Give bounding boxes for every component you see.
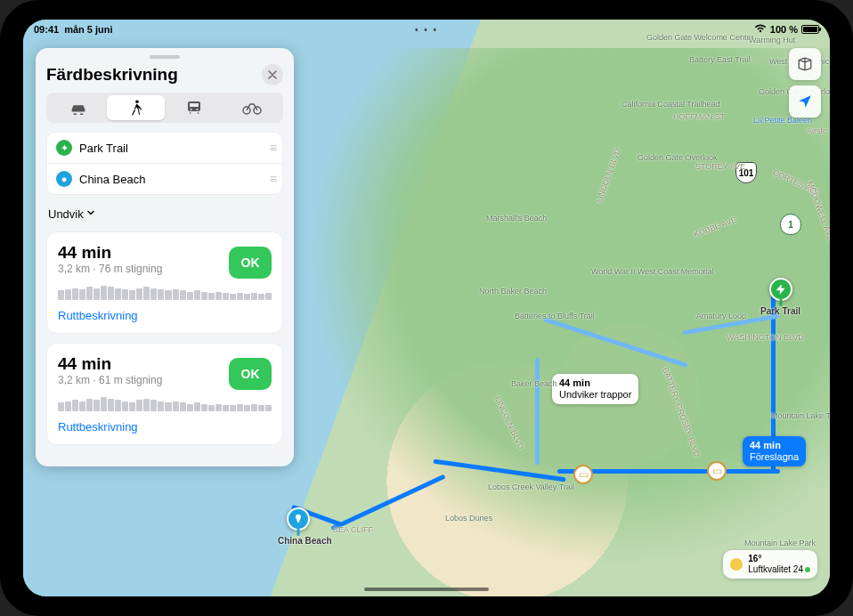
go-button[interactable]: OK [229,247,272,279]
poi-label: Amatury Loop [696,312,746,320]
screen: 09:41 mån 5 juni • • • 100 % [23,20,830,596]
poi-label: California Coastal Trailhead [621,100,720,109]
poi-label: World War II West Coast Memorial [591,267,714,276]
reorder-handle-icon[interactable]: ≡ [270,141,273,155]
avoid-label: Undvik [48,207,84,221]
callout-time: 44 min [750,440,799,451]
device-bezel: 09:41 mån 5 juni • • • 100 % [0,0,853,616]
waypoint-label: China Beach [79,173,145,186]
end-dot-icon: ● [56,171,72,187]
callout-time: 44 min [559,377,631,389]
svg-point-3 [190,109,191,110]
poi-label: Golden Gate Overlook [638,153,718,162]
poi-label: Mountain Lake Trail [771,411,830,420]
route-card[interactable]: 44 min 3,2 km · 61 m stigning OK Ruttbes… [46,343,283,445]
panel-grabber[interactable] [150,55,180,59]
waypoint-label: Park Trail [79,142,128,155]
pin-start[interactable] [769,278,792,301]
avoid-dropdown[interactable]: Undvik [46,204,98,231]
transport-mode-segmented [46,93,283,123]
directions-panel: Färdbeskrivning [36,48,294,466]
svg-rect-2 [190,103,199,107]
pin-end-label: China Beach [278,536,332,546]
poi-label: North Baker Beach [479,287,547,296]
poi-label: Mountain Lake Park [744,539,816,547]
road-label: STOREY AVE [695,162,745,171]
map-controls [789,48,821,118]
panel-title: Färdbeskrivning [46,65,178,85]
locate-button[interactable] [789,85,821,118]
svg-point-0 [135,100,139,103]
layers-button[interactable] [789,48,821,80]
battery-icon [801,25,819,34]
shield-ca1: 1 [780,214,801,235]
route-details-link[interactable]: Ruttbeskrivning [58,420,272,434]
close-button[interactable] [262,64,283,85]
waypoint-list: ✦ Park Trail ≡ ● China Beach ≡ [46,132,283,195]
hazard-stairs-icon[interactable]: ▭ [707,461,727,481]
route-callout-alt[interactable]: 44 min Undviker trappor [552,374,638,404]
pin-end[interactable] [287,507,310,531]
road-label: HOFFMAN ST [673,112,726,121]
poi-label: Baker Beach [511,379,557,388]
go-button[interactable]: OK [229,358,272,390]
route-card[interactable]: 44 min 3,2 km · 76 m stigning OK Ruttbes… [46,231,283,334]
poi-label: Lobos Dunes [445,514,492,523]
svg-point-4 [196,109,198,110]
waypoint-end-row[interactable]: ● China Beach ≡ [47,163,282,194]
route-alt-seg [535,358,540,465]
route-time: 44 min [58,354,162,374]
reorder-handle-icon[interactable]: ≡ [270,172,273,186]
road-label: WASHINGTON BLVD [727,333,804,342]
start-dot-icon: ✦ [56,140,72,156]
hazard-stairs-icon[interactable]: ▭ [573,465,593,484]
aqi-dot-icon [805,567,810,572]
road-label: Airste [807,126,827,135]
route-callout-primary[interactable]: 44 min Föreslagna [743,436,806,466]
waypoint-start-row[interactable]: ✦ Park Trail ≡ [47,133,282,163]
mode-driving[interactable] [49,95,107,120]
callout-sub: Föreslagna [750,451,799,463]
battery-percent: 100 % [770,24,798,35]
poi-label: Battery East Trail [689,55,751,64]
mode-cycling[interactable] [223,95,280,120]
poi-label: Marshall's Beach [486,214,547,223]
home-indicator[interactable] [364,588,489,591]
poi-label: Batteries to Bluffs Trail [515,312,595,320]
route-subtitle: 3,2 km · 61 m stigning [58,374,162,386]
wifi-icon [754,24,767,35]
poi-label: Lobos Creek Valley Trail [488,482,574,491]
status-bar: 09:41 mån 5 juni • • • 100 % [23,20,830,39]
elevation-sparkline [58,397,272,411]
weather-badge[interactable]: 16° Luftkvalitet 24 [723,550,817,579]
route-details-link[interactable]: Ruttbeskrivning [58,309,272,322]
weather-temp: 16° [748,554,810,564]
sun-icon [730,558,743,571]
weather-aqi: Luftkvalitet 24 [748,564,810,575]
status-time: 09:41 [34,24,59,35]
mode-walking[interactable] [107,95,165,120]
chevron-down-icon [85,207,96,221]
road-label: SEA CLIFF [333,525,373,534]
pin-start-label: Park Trail [760,306,800,316]
route-time: 44 min [58,243,162,263]
route-subtitle: 3,2 km · 76 m stigning [58,263,162,275]
callout-sub: Undviker trappor [559,389,631,401]
elevation-sparkline [58,286,272,300]
status-date: mån 5 juni [64,24,112,35]
mode-transit[interactable] [165,95,223,120]
multitask-dots[interactable]: • • • [415,25,438,35]
